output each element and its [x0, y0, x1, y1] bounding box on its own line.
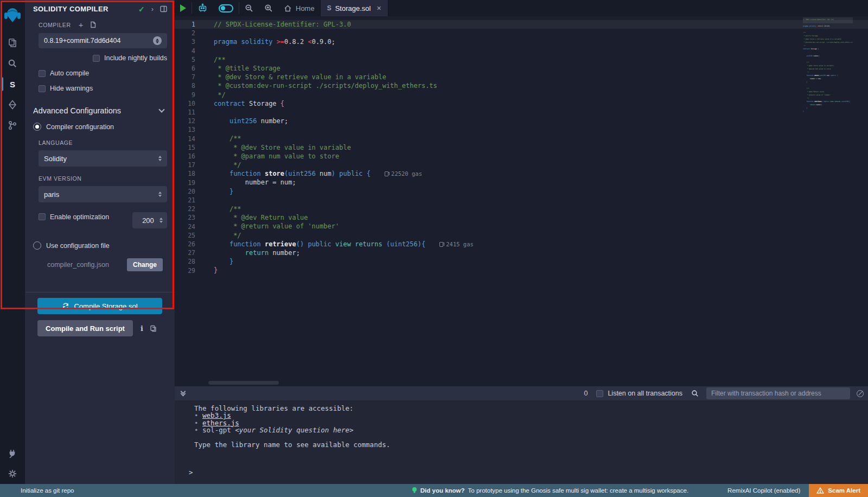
- terminal-text: •: [194, 426, 202, 434]
- refresh-icon: [62, 302, 69, 310]
- terminal-search-icon[interactable]: [691, 390, 699, 397]
- copilot-toggle[interactable]: [213, 0, 239, 16]
- language-select[interactable]: Solidity: [39, 150, 167, 167]
- remix-ide-window: S: [0, 0, 868, 497]
- activity-bar: S: [0, 0, 25, 484]
- open-compiler-file-icon[interactable]: [90, 21, 97, 28]
- terminal-line: • sol-gpt <your Solidity question here>: [194, 426, 868, 434]
- terminal[interactable]: The following libraries are accessible:•…: [175, 400, 868, 484]
- search-icon[interactable]: [2, 53, 23, 74]
- plugin-manager-icon[interactable]: [2, 443, 23, 463]
- terminal-text: <your Solidity question here>: [235, 426, 353, 434]
- copy-icon[interactable]: [150, 325, 157, 332]
- editor-toolbar: Home S Storage.sol ×: [175, 0, 868, 16]
- terminal-text: sol-gpt: [202, 426, 235, 434]
- optimization-runs-input[interactable]: 200: [132, 212, 167, 228]
- enable-optimization-checkbox[interactable]: [39, 213, 46, 220]
- terminal-line: Type the library name to see available c…: [194, 441, 868, 448]
- file-explorer-icon[interactable]: [2, 33, 23, 53]
- warning-triangle-icon: [816, 487, 824, 494]
- code-line: */: [214, 231, 868, 240]
- close-tab-icon[interactable]: ×: [376, 4, 381, 12]
- listen-transactions-checkbox[interactable]: [596, 390, 603, 397]
- line-number: 14: [175, 135, 195, 143]
- code-line: pragma solidity >=0.8.2 <0.9.0;: [214, 37, 868, 46]
- compile-button[interactable]: Compile Storage.sol: [37, 298, 162, 314]
- line-number: 28: [175, 257, 195, 266]
- advanced-configurations-toggle[interactable]: Advanced Configurations: [33, 106, 167, 115]
- zoom-in-button[interactable]: [259, 0, 278, 16]
- run-script-play-button[interactable]: [175, 0, 192, 16]
- compiler-configuration-label: Compiler configuration: [46, 123, 114, 131]
- hide-warnings-checkbox[interactable]: [39, 85, 46, 92]
- code-line: }: [803, 110, 853, 113]
- zoom-out-button[interactable]: [239, 0, 259, 16]
- code-line: /**: [214, 55, 868, 64]
- terminal-line: The following libraries are accessible:: [194, 405, 868, 412]
- transaction-filter-input[interactable]: [706, 387, 850, 399]
- info-icon[interactable]: i: [141, 324, 143, 333]
- scam-alert-badge[interactable]: Scam Alert: [809, 484, 868, 497]
- clear-console-icon[interactable]: [857, 390, 864, 397]
- split-panel-icon[interactable]: [160, 5, 167, 12]
- editor-column: Home S Storage.sol × 1234567891011121314…: [175, 0, 868, 484]
- code-line: }: [214, 187, 868, 196]
- tab-home[interactable]: Home: [278, 0, 320, 16]
- line-number: 29: [175, 266, 195, 275]
- compiler-configuration-radio[interactable]: [33, 123, 41, 131]
- minimap-code: // SPDX-License-Identifier: GPL-3.0 prag…: [803, 16, 853, 113]
- panel-title: SOLIDITY COMPILER: [33, 5, 132, 13]
- minimap[interactable]: // SPDX-License-Identifier: GPL-3.0 prag…: [803, 16, 853, 386]
- tip-bold-text: Did you know?: [420, 487, 465, 494]
- code-editor[interactable]: 1234567891011121314151617181920212223242…: [175, 16, 868, 386]
- double-chevron-down-icon[interactable]: [181, 391, 185, 396]
- lightbulb-icon: [412, 487, 417, 494]
- compiler-version-value: 0.8.19+commit.7dd6d404: [44, 37, 153, 44]
- zoom-in-icon: [264, 4, 273, 12]
- chevron-right-icon[interactable]: ›: [151, 5, 154, 12]
- terminal-toolbar: 0 Listen on all transactions: [175, 386, 868, 400]
- change-button[interactable]: Change: [127, 258, 163, 271]
- line-number: 25: [175, 231, 195, 240]
- auto-compile-checkbox[interactable]: [39, 70, 46, 77]
- compiler-version-select[interactable]: 0.8.19+commit.7dd6d404: [39, 33, 167, 48]
- copilot-status[interactable]: RemixAI Copilot (enabled): [727, 487, 800, 494]
- tab-storage-sol[interactable]: S Storage.sol ×: [320, 0, 388, 16]
- add-compiler-icon[interactable]: +: [79, 21, 84, 29]
- robot-icon: [197, 3, 208, 13]
- line-number: 26: [175, 240, 195, 248]
- line-number: 3: [175, 37, 195, 46]
- terminal-prompt[interactable]: >: [189, 468, 193, 476]
- language-value: Solidity: [44, 155, 158, 163]
- listen-transactions-label: Listen on all transactions: [608, 390, 682, 397]
- minimap-slider[interactable]: [803, 17, 853, 23]
- evm-version-select[interactable]: paris: [39, 186, 167, 202]
- horizontal-scrollbar[interactable]: [208, 381, 279, 385]
- enable-optimization-label: Enable optimization: [50, 212, 110, 222]
- remix-logo-icon[interactable]: [2, 3, 23, 28]
- hide-warnings-label: Hide warnings: [50, 85, 93, 92]
- use-configuration-file-radio[interactable]: [33, 241, 41, 250]
- compile-and-run-button[interactable]: Compile and Run script: [37, 320, 133, 336]
- git-icon[interactable]: [2, 115, 23, 136]
- code-line: contract Storage {: [214, 99, 868, 108]
- tip-text: To prototype using the Gnosis safe multi…: [468, 487, 689, 494]
- deploy-and-run-icon[interactable]: [2, 94, 23, 115]
- home-icon: [284, 4, 292, 12]
- solidity-compiler-icon[interactable]: S: [2, 74, 23, 94]
- code-line: function store(uint256 num) public {2252…: [214, 169, 868, 178]
- line-number: 24: [175, 222, 195, 231]
- settings-gear-icon[interactable]: [2, 463, 23, 484]
- code-line: * @custom:dev-run-script ./scripts/deplo…: [803, 41, 853, 44]
- language-select-arrows-icon: [158, 156, 162, 161]
- line-number: 17: [175, 161, 195, 169]
- code-line: * @dev Store & retrieve value in a varia…: [214, 73, 868, 81]
- git-init-button[interactable]: Initialize as git repo: [21, 487, 74, 494]
- nightly-builds-label: Include nightly builds: [104, 54, 167, 62]
- evm-version-label: EVM VERSION: [39, 175, 167, 182]
- transaction-count-badge: 0: [584, 390, 588, 397]
- code-line: */: [214, 161, 868, 169]
- remix-ai-assistant-button[interactable]: [192, 0, 213, 16]
- nightly-builds-checkbox[interactable]: [93, 55, 100, 62]
- config-file-row: compiler_config.json Change: [47, 258, 167, 271]
